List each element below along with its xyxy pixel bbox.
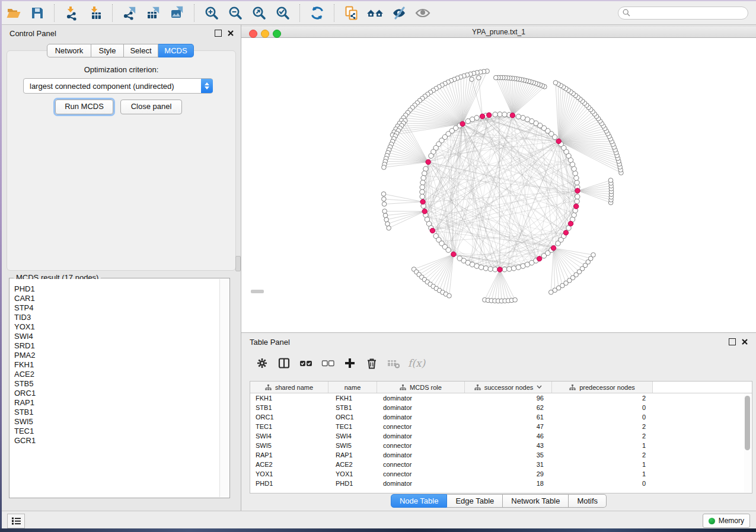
- cell-predecessors[interactable]: 0: [552, 414, 653, 421]
- import-table-button[interactable]: [85, 4, 106, 22]
- table-row[interactable]: RAP1RAP1dominator352: [250, 450, 752, 460]
- add-column-button[interactable]: [341, 354, 359, 372]
- cell-successors[interactable]: 46: [465, 432, 552, 440]
- list-item[interactable]: ACE2: [14, 370, 220, 379]
- cell-successors[interactable]: 29: [465, 470, 552, 477]
- cell-shared-name[interactable]: ORC1: [250, 414, 328, 421]
- cell-name[interactable]: SWI4: [328, 432, 377, 440]
- cell-successors[interactable]: 35: [465, 451, 552, 459]
- table-settings-button[interactable]: [253, 354, 271, 372]
- cell-name[interactable]: RAP1: [328, 451, 377, 459]
- table-row[interactable]: ACE2ACE2connector311: [250, 460, 752, 469]
- export-image-button[interactable]: [167, 4, 187, 22]
- network-graph[interactable]: [241, 38, 756, 332]
- list-item[interactable]: STB1: [14, 408, 220, 417]
- open-file-button[interactable]: [4, 4, 24, 22]
- export-network-button[interactable]: [120, 4, 140, 22]
- run-mcds-button[interactable]: Run MCDS: [55, 100, 113, 114]
- canvas-scrollbar-thumb[interactable]: [251, 290, 264, 293]
- delete-column-button[interactable]: [363, 354, 381, 372]
- tab-network[interactable]: Network: [47, 44, 91, 57]
- list-scrollbar[interactable]: [219, 279, 229, 497]
- list-item[interactable]: TEC1: [14, 427, 220, 436]
- table-row[interactable]: YOX1YOX1connector291: [250, 469, 752, 479]
- column-header-mcds-role[interactable]: MCDS role: [377, 382, 465, 393]
- cell-successors[interactable]: 61: [465, 414, 552, 421]
- export-table-button[interactable]: [143, 4, 164, 22]
- zoom-out-button[interactable]: [225, 4, 245, 22]
- table-row[interactable]: TEC1TEC1connector472: [250, 422, 752, 431]
- cell-predecessors[interactable]: 2: [552, 451, 653, 459]
- column-header-predecessor-nodes[interactable]: predecessor nodes: [552, 382, 653, 393]
- cell-successors[interactable]: 96: [465, 395, 552, 402]
- list-item[interactable]: STP4: [14, 303, 220, 313]
- network-window-titlebar[interactable]: YPA_prune.txt_1: [241, 27, 756, 38]
- cell-name[interactable]: ACE2: [328, 461, 377, 468]
- select-all-button[interactable]: [297, 354, 315, 372]
- list-item[interactable]: SWI4: [14, 332, 220, 341]
- cell-predecessors[interactable]: 1: [552, 470, 653, 477]
- list-item[interactable]: SRD1: [14, 341, 220, 351]
- mcds-result-list[interactable]: PHD1 CAR1 STP4 TID3 YOX1 SWI4 SRD1 PMA2 …: [10, 279, 220, 497]
- cell-successors[interactable]: 31: [465, 461, 552, 468]
- float-table-panel-button[interactable]: [729, 338, 736, 345]
- search-input[interactable]: [618, 7, 748, 20]
- cell-mcds-role[interactable]: dominator: [377, 414, 465, 421]
- list-item[interactable]: TID3: [14, 313, 220, 322]
- cell-successors[interactable]: 18: [465, 480, 552, 487]
- table-row[interactable]: SWI4SWI4dominator462: [250, 431, 752, 441]
- list-item[interactable]: FKH1: [14, 360, 220, 370]
- tab-motifs[interactable]: Motifs: [569, 494, 607, 508]
- criterion-dropdown[interactable]: largest connected component (undirected): [23, 78, 213, 94]
- cell-name[interactable]: PHD1: [328, 480, 377, 487]
- close-panel-button-mcds[interactable]: Close panel: [120, 100, 182, 114]
- first-neighbors-button[interactable]: [365, 4, 385, 22]
- cell-shared-name[interactable]: STB1: [250, 404, 328, 411]
- cell-shared-name[interactable]: RAP1: [250, 451, 328, 459]
- cell-mcds-role[interactable]: connector: [377, 423, 465, 430]
- cell-shared-name[interactable]: PHD1: [250, 480, 328, 487]
- close-table-panel-button[interactable]: [742, 339, 748, 345]
- table-row[interactable]: SWI5SWI5connector431: [250, 441, 752, 450]
- table-row[interactable]: PHD1PHD1dominator180: [250, 479, 752, 488]
- cell-shared-name[interactable]: YOX1: [250, 470, 328, 477]
- close-panel-button[interactable]: [228, 30, 234, 36]
- network-canvas[interactable]: [241, 38, 756, 332]
- cell-name[interactable]: FKH1: [328, 395, 377, 402]
- zoom-fit-button[interactable]: [249, 4, 269, 22]
- clone-network-button[interactable]: [342, 4, 362, 22]
- cell-shared-name[interactable]: SWI5: [250, 442, 328, 449]
- show-all-button[interactable]: [413, 4, 433, 22]
- cell-mcds-role[interactable]: connector: [377, 461, 465, 468]
- table-row[interactable]: STB1STB1dominator620: [250, 403, 752, 412]
- cell-mcds-role[interactable]: dominator: [377, 432, 465, 440]
- cell-mcds-role[interactable]: connector: [377, 470, 465, 477]
- cell-predecessors[interactable]: 1: [552, 442, 653, 449]
- list-item[interactable]: CAR1: [14, 294, 220, 303]
- deselect-all-button[interactable]: [319, 354, 337, 372]
- list-item[interactable]: PMA2: [14, 351, 220, 360]
- zoom-in-button[interactable]: [202, 4, 222, 22]
- list-item[interactable]: GCR1: [14, 436, 220, 446]
- cell-name[interactable]: YOX1: [328, 470, 377, 477]
- table-row[interactable]: FKH1FKH1dominator962: [250, 393, 752, 403]
- panel-splitter-handle[interactable]: [235, 256, 241, 271]
- task-history-button[interactable]: [7, 514, 25, 528]
- zoom-selected-button[interactable]: [273, 4, 293, 22]
- cell-predecessors[interactable]: 0: [552, 404, 653, 411]
- cell-mcds-role[interactable]: dominator: [377, 480, 465, 487]
- cell-predecessors[interactable]: 2: [552, 432, 653, 440]
- list-item[interactable]: STB5: [14, 379, 220, 389]
- tab-network-table[interactable]: Network Table: [503, 494, 569, 508]
- cell-successors[interactable]: 43: [465, 442, 552, 449]
- cell-shared-name[interactable]: FKH1: [250, 395, 328, 402]
- list-item[interactable]: PHD1: [14, 284, 220, 294]
- cell-name[interactable]: STB1: [328, 404, 377, 411]
- cell-mcds-role[interactable]: dominator: [377, 451, 465, 459]
- list-item[interactable]: RAP1: [14, 398, 220, 408]
- import-network-button[interactable]: [62, 4, 82, 22]
- column-header-name[interactable]: name: [328, 382, 377, 393]
- cell-predecessors[interactable]: 2: [552, 423, 653, 430]
- table-scrollbar-thumb[interactable]: [745, 396, 750, 450]
- cell-mcds-role[interactable]: dominator: [377, 395, 465, 402]
